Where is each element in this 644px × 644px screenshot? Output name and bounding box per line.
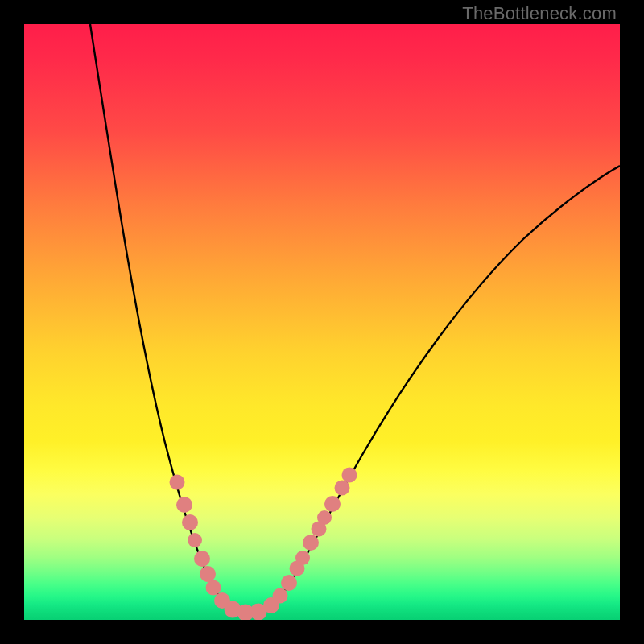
curve-dot xyxy=(281,575,297,591)
curve-dot xyxy=(324,496,341,512)
curve-dot xyxy=(182,514,198,530)
curve-dot xyxy=(176,497,192,513)
curve-left-branch xyxy=(90,24,246,613)
curve-dot xyxy=(317,510,332,525)
curve-dot xyxy=(188,533,202,547)
curve-dot xyxy=(303,535,319,551)
chart-plot-area xyxy=(24,24,620,620)
curve-dot xyxy=(295,551,310,565)
watermark-text: TheBottleneck.com xyxy=(462,3,617,24)
curve-dot xyxy=(170,475,185,490)
curve-dot xyxy=(200,566,216,582)
curve-dot xyxy=(342,468,357,483)
bottleneck-curve xyxy=(24,24,620,620)
curve-dots xyxy=(170,468,357,621)
curve-right-branch xyxy=(246,166,620,613)
curve-dot xyxy=(335,481,350,496)
chart-frame: TheBottleneck.com xyxy=(0,0,644,644)
curve-dot xyxy=(194,551,210,567)
curve-dot xyxy=(273,588,288,604)
curve-dot xyxy=(206,580,221,596)
